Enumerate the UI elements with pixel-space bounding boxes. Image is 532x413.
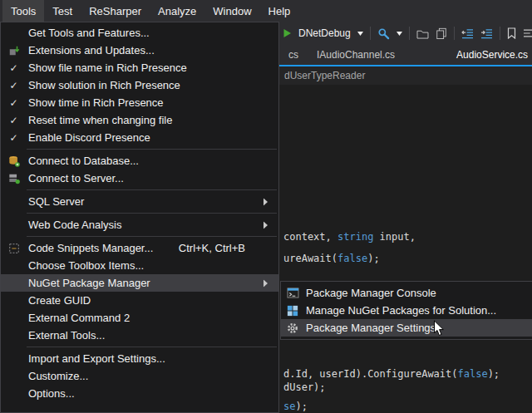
toolbar-button-outdent-icon[interactable] <box>461 28 474 39</box>
checkmark-icon: ✓ <box>9 132 17 144</box>
database-icon <box>8 155 20 167</box>
menu-item-gutter <box>1 155 27 167</box>
menu-item-gutter: ✓ <box>1 115 27 126</box>
submenu-item-label: Package Manager Console <box>304 287 532 299</box>
menu-item-label: Choose Toolbox Items... <box>27 259 278 272</box>
tab-audioservice-cs[interactable]: AudioService.cs <box>447 45 532 65</box>
menubar-item-tools[interactable]: Tools <box>2 0 44 22</box>
menu-item-label: External Command 2 <box>27 312 278 324</box>
folder-icon <box>416 28 429 39</box>
checkmark-icon: ✓ <box>9 80 17 91</box>
menu-item-shortcut: Ctrl+K, Ctrl+B <box>179 242 245 254</box>
submenu-item-label: Manage NuGet Packages for Solution... <box>304 304 532 317</box>
nuget-submenu: Package Manager ConsoleManage NuGet Pack… <box>280 281 532 340</box>
menu-item-label: Create GUID <box>27 294 278 307</box>
menu-item-label: Extensions and Updates... <box>27 44 278 57</box>
submenu-item-manage-nuget-packages-for-solution[interactable]: Manage NuGet Packages for Solution... <box>281 302 532 319</box>
menu-item-gutter: ✓ <box>1 132 27 144</box>
menubar-item-help[interactable]: Help <box>260 0 299 22</box>
copy-icon <box>436 27 447 39</box>
menu-item-label: Options... <box>27 387 278 400</box>
toolbar-button-caret-icon[interactable] <box>397 32 402 36</box>
menu-item-code-snippets-manager[interactable]: Code Snippets Manager...Ctrl+K, Ctrl+B <box>1 239 278 257</box>
menu-item-external-command-2[interactable]: External Command 2 <box>1 309 278 327</box>
menu-item-show-solution-in-rich-presence[interactable]: ✓Show solution in Rich Presence <box>1 76 278 94</box>
menu-item-options[interactable]: Options... <box>1 385 278 402</box>
menu-item-label: Show time in Rich Presence <box>27 96 278 109</box>
lines-icon <box>523 28 532 38</box>
tab-cs[interactable]: cs <box>279 45 308 65</box>
menu-item-create-guid[interactable]: Create GUID <box>1 292 278 309</box>
menu-item-label: Code Snippets Manager... <box>27 242 179 254</box>
menu-item-external-tools[interactable]: External Tools... <box>1 327 278 344</box>
search-icon <box>377 27 390 40</box>
menu-item-nuget-package-manager[interactable]: NuGet Package Manager <box>1 274 278 292</box>
bookmark-icon <box>507 27 516 39</box>
checkmark-icon: ✓ <box>9 62 17 74</box>
submenu-arrow-icon <box>264 198 268 205</box>
tools-menu-items: Get Tools and Features...Extensions and … <box>1 24 278 402</box>
menu-item-label: Connect to Server... <box>27 172 278 184</box>
menu-item-label: Enable Discord Presence <box>27 131 278 144</box>
menu-item-get-tools-and-features[interactable]: Get Tools and Features... <box>1 24 278 42</box>
menu-item-label: Reset time when changing file <box>27 114 278 126</box>
submenu-arrow-icon <box>264 279 268 287</box>
toolbar-button-play-icon[interactable] <box>283 28 292 38</box>
menu-item-customize[interactable]: Customize... <box>1 367 278 385</box>
console-icon <box>287 288 299 298</box>
menu-item-gutter: ✓ <box>1 97 27 109</box>
checkmark-icon: ✓ <box>9 97 17 109</box>
menu-item-gutter <box>1 243 27 254</box>
menu-item-reset-time-when-changing-file[interactable]: ✓Reset time when changing file <box>1 111 278 129</box>
menubar-item-resharper[interactable]: ReSharper <box>81 0 150 22</box>
menu-item-gutter <box>1 173 27 184</box>
packages-icon <box>287 305 298 317</box>
menubar-item-analyze[interactable]: Analyze <box>150 0 204 22</box>
menu-item-show-file-name-in-rich-presence[interactable]: ✓Show file name in Rich Presence <box>1 59 278 76</box>
vs-window: ToolsTestReSharperAnalyzeWindowHelp DNet… <box>0 0 532 413</box>
debug-target-select[interactable]: DNetDebug <box>298 27 351 39</box>
menu-item-connect-to-server[interactable]: Connect to Server... <box>1 170 278 187</box>
toolbar-button-indent-icon[interactable] <box>480 28 493 39</box>
submenu-item-gutter <box>281 322 304 334</box>
menu-item-label: Import and Export Settings... <box>27 352 278 365</box>
caret-icon <box>397 32 402 36</box>
menu-separator <box>27 149 277 150</box>
menu-item-web-code-analysis[interactable]: Web Code Analysis <box>1 216 278 234</box>
menu-separator <box>27 236 277 237</box>
snippets-icon <box>8 243 20 254</box>
menu-item-import-and-export-settings[interactable]: Import and Export Settings... <box>1 350 278 367</box>
toolbar-button-lines-icon[interactable] <box>523 28 532 38</box>
submenu-item-package-manager-settings[interactable]: Package Manager Settings <box>281 319 532 337</box>
menu-item-extensions-and-updates[interactable]: Extensions and Updates... <box>1 42 278 59</box>
menu-item-label: Web Code Analysis <box>27 219 278 231</box>
submenu-item-gutter <box>281 305 304 317</box>
menubar-item-test[interactable]: Test <box>44 0 81 22</box>
breadcrumb-text: dUserTypeReader <box>284 70 365 81</box>
toolbar-separator <box>500 27 500 40</box>
toolbar-button-caret-icon[interactable] <box>357 32 363 36</box>
outdent-icon <box>461 28 474 39</box>
menu-item-label: NuGet Package Manager <box>27 277 278 289</box>
menu-item-show-time-in-rich-presence[interactable]: ✓Show time in Rich Presence <box>1 94 278 111</box>
menu-item-connect-to-database[interactable]: Connect to Database... <box>1 152 278 170</box>
submenu-item-package-manager-console[interactable]: Package Manager Console <box>281 284 532 302</box>
menu-item-sql-server[interactable]: SQL Server <box>1 193 278 210</box>
menu-item-label: Show solution in Rich Presence <box>27 79 278 91</box>
menu-item-label: Get Tools and Features... <box>27 27 278 39</box>
menubar-item-window[interactable]: Window <box>204 0 259 22</box>
toolbar-button-copy-icon[interactable] <box>436 27 447 39</box>
toolbar-button-search-icon[interactable] <box>377 27 390 40</box>
tab-iaudiochannel-cs[interactable]: IAudioChannel.cs <box>308 45 404 65</box>
menu-item-label: Connect to Database... <box>27 155 278 167</box>
menu-item-label: Show file name in Rich Presence <box>27 61 278 74</box>
menu-item-label: SQL Server <box>27 195 278 208</box>
toolbar-button-bookmark-icon[interactable] <box>507 27 516 39</box>
submenu-item-label: Package Manager Settings <box>304 322 532 334</box>
checkmark-icon: ✓ <box>9 115 17 126</box>
menu-item-choose-toolbox-items[interactable]: Choose Toolbox Items... <box>1 257 278 274</box>
menu-item-enable-discord-presence[interactable]: ✓Enable Discord Presence <box>1 129 278 146</box>
menu-separator <box>27 213 277 214</box>
toolbar-button-folder-icon[interactable] <box>416 28 429 39</box>
menu-item-gutter <box>1 45 27 57</box>
